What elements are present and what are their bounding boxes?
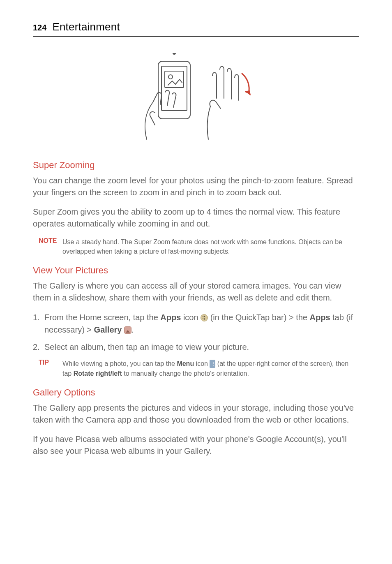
note-text: Use a steady hand. The Super Zoom featur…	[62, 237, 359, 256]
text: icon	[181, 313, 201, 322]
paragraph: The Gallery is where you can access all …	[33, 280, 359, 304]
text: icon	[194, 360, 210, 367]
text: to manually change the photo's orientati…	[122, 370, 249, 377]
page-number: 124	[33, 23, 46, 32]
note-label: NOTE	[33, 237, 62, 256]
step-1: From the Home screen, tap the Apps icon …	[33, 311, 359, 336]
apps-label: Apps	[160, 313, 181, 322]
paragraph: The Gallery app presents the pictures an…	[33, 402, 359, 426]
gallery-icon	[124, 326, 131, 334]
svg-point-3	[168, 75, 173, 79]
menu-icon	[210, 360, 215, 368]
pinch-zoom-icon	[134, 53, 258, 143]
gallery-label: Gallery	[94, 325, 122, 334]
section-title-view-pictures: View Your Pictures	[33, 265, 359, 276]
paragraph: If you have Picasa web albums associated…	[33, 433, 359, 457]
text: Select an album, then tap an image to vi…	[44, 342, 249, 351]
tip-text: While viewing a photo, you can tap the M…	[62, 359, 359, 378]
menu-label: Menu	[177, 360, 194, 367]
gesture-illustration	[33, 53, 359, 143]
apps-icon	[201, 314, 208, 321]
document-page: 124 Entertainment Sup	[0, 0, 392, 481]
tip-label: TIP	[33, 359, 62, 378]
paragraph: Super Zoom gives you the ability to zoom…	[33, 206, 359, 230]
page-header: 124 Entertainment	[33, 21, 359, 37]
note-block: NOTE Use a steady hand. The Super Zoom f…	[33, 237, 359, 256]
text: While viewing a photo, you can tap the	[62, 360, 177, 367]
apps-tab-label: Apps	[310, 313, 330, 322]
step-2: Select an album, then tap an image to vi…	[33, 341, 359, 353]
svg-rect-2	[165, 71, 184, 88]
text: From the Home screen, tap the	[44, 313, 160, 322]
tip-block: TIP While viewing a photo, you can tap t…	[33, 359, 359, 378]
rotate-label: Rotate right/left	[74, 370, 122, 377]
section-title-gallery-options: Gallery Options	[33, 387, 359, 398]
text: .	[131, 325, 134, 334]
steps-list: From the Home screen, tap the Apps icon …	[33, 311, 359, 353]
text: (in the QuickTap bar) > the	[208, 313, 309, 322]
paragraph: You can change the zoom level for your p…	[33, 175, 359, 199]
page-title: Entertainment	[52, 21, 120, 33]
section-title-super-zooming: Super Zooming	[33, 160, 359, 171]
svg-point-4	[173, 53, 176, 55]
